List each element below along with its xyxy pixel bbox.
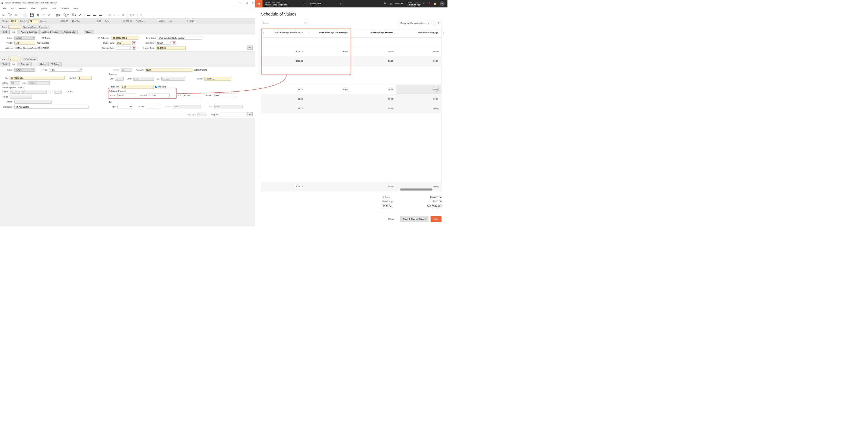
- save-icon[interactable]: 💾: [30, 13, 34, 17]
- desc-input[interactable]: [158, 36, 203, 40]
- table-row[interactable]: $0.00$0.00$0.00: [261, 103, 441, 113]
- help-icon[interactable]: ❓: [428, 2, 431, 5]
- calendar-icon[interactable]: 📅: [172, 41, 176, 44]
- undo-icon[interactable]: ↶: [42, 13, 45, 17]
- first-icon[interactable]: ≪: [107, 13, 111, 17]
- line-type-select[interactable]: 7-SL: [49, 68, 81, 72]
- invdate-input[interactable]: [116, 41, 131, 44]
- search-input[interactable]: Search 🔍: [261, 20, 308, 26]
- line-input[interactable]: [9, 57, 20, 61]
- kebab-icon[interactable]: ⋮: [442, 31, 444, 34]
- last-icon[interactable]: ≫: [121, 13, 125, 17]
- scrollbar[interactable]: [400, 189, 432, 190]
- table-row[interactable]: $500.005.00%$0.00$0.00: [261, 47, 441, 56]
- slitem-input[interactable]: [78, 76, 91, 80]
- cancel-button[interactable]: Cancel: [385, 216, 398, 222]
- rewind-icon[interactable]: ⎸◁: [137, 13, 143, 17]
- tab-grid[interactable]: Grid: [1, 30, 9, 34]
- glacct-input[interactable]: [145, 68, 192, 72]
- maximize-icon[interactable]: ☐: [246, 1, 248, 4]
- tab-notes2[interactable]: Notes: [38, 62, 48, 67]
- menu-options[interactable]: Options: [40, 7, 47, 10]
- panel3-icon[interactable]: ▬: [99, 13, 102, 17]
- new-icon[interactable]: 📄: [23, 13, 27, 17]
- retpct-input[interactable]: [117, 94, 135, 97]
- table-row[interactable]: [261, 75, 441, 85]
- grid-icon[interactable]: ▦▾: [56, 13, 60, 17]
- table-icon[interactable]: ⊞▾: [130, 13, 134, 17]
- calendar-icon[interactable]: 📅: [132, 46, 136, 50]
- menu-view[interactable]: View: [31, 7, 36, 10]
- kebab-icon[interactable]: ⋮: [308, 31, 310, 34]
- star-icon[interactable]: ★: [390, 2, 392, 5]
- table-row[interactable]: [261, 66, 441, 75]
- tab-address-overrides[interactable]: Address Overrides: [40, 30, 61, 34]
- retamt-input[interactable]: [149, 94, 169, 97]
- line-gross-input[interactable]: [205, 77, 231, 80]
- kebab-icon[interactable]: ⋮: [353, 31, 355, 34]
- table-row[interactable]: $0.005.00%$0.00$0.00: [261, 85, 441, 94]
- avatar[interactable]: DE: [440, 1, 444, 6]
- clear-icon[interactable]: ✕: [427, 22, 429, 24]
- print-icon[interactable]: 🖶▾: [71, 13, 76, 17]
- attach-icon[interactable]: 📎▾: [63, 13, 69, 17]
- month-input[interactable]: [10, 20, 18, 23]
- menu-tools[interactable]: Tools: [51, 7, 56, 10]
- tab-other-info[interactable]: Other Info: [18, 62, 32, 67]
- refresh-icon[interactable]: ⟳: [48, 13, 50, 17]
- discamt-input[interactable]: [214, 94, 235, 97]
- supplier-input[interactable]: [220, 113, 247, 116]
- tab-payment-overrides[interactable]: Payment Overrides: [18, 30, 40, 34]
- home-button[interactable]: 🏠: [255, 0, 262, 7]
- miscamt-input[interactable]: [121, 85, 154, 88]
- taxcode-input[interactable]: [146, 105, 159, 108]
- kebab-icon[interactable]: ⋮: [262, 31, 265, 34]
- tab-grid2[interactable]: Grid: [1, 62, 9, 67]
- menu-records[interactable]: Records: [19, 7, 26, 10]
- delete-icon[interactable]: 🗑: [36, 13, 40, 17]
- next-icon[interactable]: ›: [117, 13, 119, 17]
- calendar-icon[interactable]: 📅: [132, 41, 136, 44]
- spellcheck-icon[interactable]: ✔︎: [79, 13, 82, 17]
- tab-po-notes[interactable]: PO Notes: [48, 62, 62, 67]
- batch-input[interactable]: [29, 20, 38, 23]
- invtotal-input[interactable]: [156, 46, 186, 50]
- discdate-input[interactable]: [116, 46, 131, 50]
- table-row[interactable]: $0.00$0.00$0.00: [261, 94, 441, 103]
- discpct-input[interactable]: [183, 94, 201, 97]
- table-row[interactable]: $500.00$0.00$0.00: [261, 56, 441, 66]
- group-by-control[interactable]: Group by: Commitment Li... ✕ ▾: [399, 20, 434, 26]
- tab-addenda-info[interactable]: Addenda Info: [61, 30, 78, 34]
- line-action-select[interactable]: A-Add: [14, 68, 35, 72]
- taxtype-select[interactable]: [117, 105, 132, 108]
- erp-context-dropdown[interactable]: Agave Demo ERP 46802 - Apex Properties ▾: [262, 0, 307, 7]
- menu-file[interactable]: File: [3, 7, 6, 10]
- tab-info2[interactable]: Info: [9, 62, 18, 67]
- check-icon[interactable]: ☑: [2, 13, 5, 17]
- table-row[interactable]: [261, 37, 441, 47]
- next-arrow-button[interactable]: »: [247, 112, 253, 116]
- search-icon[interactable]: 🔍: [384, 2, 386, 5]
- apps-dropdown[interactable]: Apps Select an App ▾: [406, 0, 425, 7]
- bell-icon[interactable]: 🔔: [434, 2, 437, 5]
- action-select[interactable]: A-Add: [14, 36, 35, 40]
- tab-info[interactable]: Info: [9, 30, 18, 34]
- kebab-icon[interactable]: ⋮: [398, 31, 400, 34]
- save-change-status-button[interactable]: Save & Change Status: [400, 216, 429, 222]
- tab-notes[interactable]: Notes: [84, 30, 94, 34]
- menu-help[interactable]: Help: [73, 7, 78, 10]
- seq-input[interactable]: [8, 25, 20, 29]
- included-checkbox[interactable]: [155, 86, 157, 88]
- prev-icon[interactable]: ‹: [114, 13, 115, 17]
- panel2-icon[interactable]: ▬: [93, 13, 96, 17]
- menu-windows[interactable]: Windows: [61, 7, 69, 10]
- menu-edit[interactable]: Edit: [11, 7, 14, 10]
- project-tools-dropdown[interactable]: Project Tools ▾: [307, 0, 342, 7]
- binoculars-icon[interactable]: 🔭: [8, 13, 12, 17]
- duedate-input[interactable]: [156, 41, 170, 44]
- line-desc-input[interactable]: [14, 105, 89, 108]
- gear-icon[interactable]: ⚙: [14, 13, 18, 17]
- apref-input[interactable]: [112, 36, 138, 40]
- settings-button[interactable]: ⚙: [436, 20, 442, 26]
- panel1-icon[interactable]: ▬: [87, 13, 90, 17]
